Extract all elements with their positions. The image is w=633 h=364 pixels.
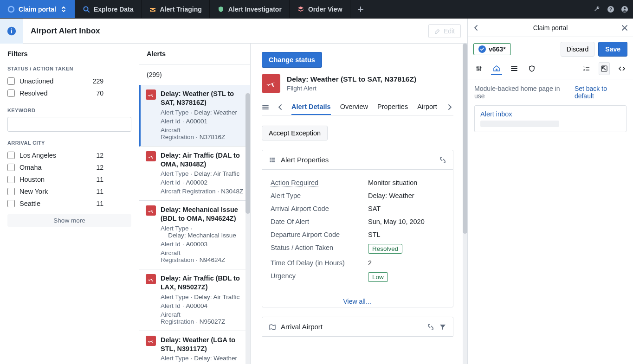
facet-count: 229 [88,77,103,85]
svg-point-8 [11,28,12,29]
chevron-left-icon[interactable] [277,103,284,111]
facet-checkbox[interactable] [7,152,15,159]
property-key: Urgency [271,272,368,282]
details-scrollbar[interactable] [463,44,467,364]
layers-icon [297,6,304,13]
alert-title: Delay: Weather (STL to SAT, N37816Z) [161,89,244,107]
facet-label: Seattle [19,200,83,207]
dtab-properties[interactable]: Properties [377,99,408,115]
scroll-thumb[interactable] [245,93,250,214]
facet-label: Houston [19,176,83,183]
property-row: Arrival Airport CodeSAT [271,202,445,215]
arrival-airport-card: Arrival Airport [262,317,453,337]
tab-label: Alert Investigator [228,6,282,13]
dtab-alert-details[interactable]: Alert Details [291,99,331,115]
filter-icon[interactable] [439,323,446,331]
chevron-left-icon[interactable] [472,24,480,32]
edit-button[interactable]: Edit [428,24,461,38]
property-key: Date Of Alert [271,218,368,225]
dtab-overview[interactable]: Overview [340,99,368,115]
facet-checkbox[interactable] [7,89,15,97]
facet-checkbox[interactable] [7,176,15,183]
facet-count: 11 [88,200,103,207]
property-value: Monitor situation [368,179,417,186]
svg-point-9 [477,67,478,68]
alert-inbox-card[interactable]: Alert inbox [474,105,627,132]
show-more-button[interactable]: Show more [7,214,131,227]
list-icon[interactable] [509,62,520,75]
facet-row[interactable]: Omaha12 [7,161,131,173]
filters-heading: Filters [7,50,131,57]
add-tab-button[interactable] [350,0,371,18]
alert-item[interactable]: Delay: Weather (LGA to STL, N39117Z)Aler… [139,331,250,364]
alert-item[interactable]: Delay: Air Traffic (DAL to OMA, N3048Z)A… [139,147,250,201]
property-value: STL [368,231,381,238]
alert-item[interactable]: Delay: Mechanical Issue (BDL to OMA, N94… [139,201,250,269]
alert-inbox-link[interactable]: Alert inbox [480,110,512,118]
help-icon[interactable]: ? [607,6,614,13]
facet-checkbox[interactable] [7,77,15,85]
facet-row[interactable]: Los Angeles12 [7,149,131,161]
tab-explore-data[interactable]: Explore Data [75,0,142,18]
dtab-airport-details[interactable]: Airport Details [417,99,439,115]
alert-item[interactable]: Delay: Weather (STL to SAT, N37816Z)Aler… [139,85,250,147]
open-external-icon[interactable] [599,62,610,75]
expand-icon[interactable] [427,323,434,331]
tab-claim-portal[interactable]: Claim portal [0,0,75,18]
change-status-button[interactable]: Change status [262,52,322,68]
facet-label: Resolved [19,89,83,97]
facet-bar [108,189,131,194]
menu-icon[interactable] [262,103,269,111]
chevron-right-icon[interactable] [446,103,453,111]
scroll-thumb[interactable] [463,44,467,234]
svg-point-5 [624,7,626,9]
expand-icon[interactable] [439,156,446,164]
accept-exception-button[interactable]: Accept Exception [262,126,328,140]
wrench-icon[interactable] [593,6,601,13]
property-key: Action Required [271,179,368,186]
tab-alert-triaging[interactable]: Alert Triaging [142,0,210,18]
shield-icon[interactable] [526,62,537,75]
facet-bar [108,201,131,206]
facet-row[interactable]: Unactioned229 [7,75,131,87]
home-icon[interactable] [491,62,502,75]
tab-label: Explore Data [94,6,134,13]
right-panel-title: Claim portal [484,24,616,32]
facet-checkbox[interactable] [7,164,15,171]
property-key: Status / Action Taken [271,244,368,254]
view-all-link[interactable]: View all… [262,291,453,307]
facet-row[interactable]: New York11 [7,185,131,198]
user-icon[interactable] [621,6,628,13]
keyword-input[interactable] [7,117,131,132]
facet-label: Unactioned [19,77,83,85]
facet-row[interactable]: Resolved70 [7,87,131,99]
tab-alert-investigator[interactable]: Alert Investigator [210,0,290,18]
tab-order-view[interactable]: Order View [290,0,350,18]
code-icon[interactable] [616,62,627,75]
facet-checkbox[interactable] [7,200,15,207]
detail-title: Delay: Weather (STL to SAT, N37816Z) [287,75,416,84]
facet-checkbox[interactable] [7,188,15,195]
set-back-link[interactable]: Set back to default [575,85,627,100]
discard-button[interactable]: Discard [561,42,594,57]
close-icon[interactable] [621,24,628,32]
numbered-list-icon[interactable]: 12 [581,62,592,75]
facet-label: Omaha [19,164,83,171]
alert-title: Delay: Air Traffic (DAL to OMA, N3048Z) [161,151,244,169]
facet-row[interactable]: Seattle11 [7,198,131,210]
alert-title: Delay: Air Traffic (BDL to LAX, N95027Z) [161,274,244,292]
sliders-icon[interactable] [473,62,484,75]
property-row: UrgencyLow [271,269,445,285]
version-indicator[interactable]: v663* [473,43,511,55]
alerts-scrollbar[interactable] [245,93,250,364]
alert-item[interactable]: Delay: Air Traffic (BDL to LAX, N95027Z)… [139,269,250,331]
save-button[interactable]: Save [598,42,627,57]
property-row: Time Of Delay (in Hours)2 [271,256,445,269]
alert-title: Delay: Weather (LGA to STL, N39117Z) [161,336,244,353]
filters-panel: Filters STATUS / ACTION TAKEN Unactioned… [0,44,139,364]
property-value: Delay: Weather [368,192,414,199]
facet-bar [108,165,131,170]
facet-row[interactable]: Houston11 [7,173,131,185]
facet-label: Los Angeles [19,152,83,159]
svg-point-11 [480,67,482,69]
